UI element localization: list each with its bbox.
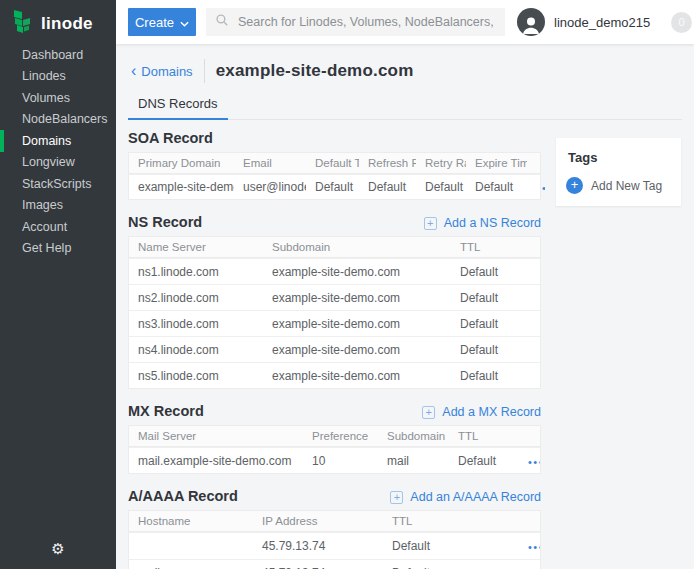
ns-name-server: ns3.linode.com bbox=[129, 317, 263, 331]
ns-ttl: Default bbox=[451, 291, 540, 305]
column-header: Email bbox=[234, 157, 306, 169]
add-a-aaaa-record-button[interactable]: + Add an A/AAAA Record bbox=[390, 490, 541, 504]
sidebar: linode Dashboard Linodes Volumes NodeBal… bbox=[0, 0, 116, 569]
ns-record-section: NS Record + Add a NS Record Name Server … bbox=[128, 213, 541, 389]
add-mx-record-label: Add a MX Record bbox=[442, 405, 541, 419]
column-header: TTL bbox=[451, 241, 540, 253]
notification-count-badge[interactable]: 0 bbox=[671, 12, 692, 33]
soa-section-title: SOA Record bbox=[128, 130, 213, 146]
add-a-aaaa-record-label: Add an A/AAAA Record bbox=[410, 490, 541, 504]
table-row: ns3.linode.com example-site-demo.com Def… bbox=[129, 310, 540, 336]
ns-subdomain: example-site-demo.com bbox=[263, 291, 451, 305]
mx-table-header: Mail Server Preference Subdomain TTL bbox=[129, 426, 540, 447]
plus-circle-icon: + bbox=[566, 177, 583, 194]
soa-table: Primary Domain Email Default TTL Refresh… bbox=[128, 152, 541, 200]
sidebar-item-stackscripts[interactable]: StackScripts bbox=[0, 173, 116, 195]
column-header: Default TTL bbox=[306, 157, 359, 169]
mx-ttl: Default bbox=[449, 454, 513, 468]
a-aaaa-section-title: A/AAAA Record bbox=[128, 488, 238, 504]
page-title: example-site-demo.com bbox=[216, 61, 414, 81]
search-bar bbox=[206, 8, 505, 36]
table-row: 45.79.13.74 Default ••• bbox=[129, 532, 540, 559]
soa-expire-time: Default bbox=[466, 180, 527, 194]
sidebar-item-nodebalancers[interactable]: NodeBalancers bbox=[0, 109, 116, 131]
create-button[interactable]: Create bbox=[128, 8, 196, 36]
chevron-down-icon bbox=[180, 15, 189, 30]
ns-section-title: NS Record bbox=[128, 214, 202, 230]
table-row: ns5.linode.com example-site-demo.com Def… bbox=[129, 362, 540, 388]
mx-section-title: MX Record bbox=[128, 403, 204, 419]
plus-square-icon: + bbox=[424, 217, 437, 230]
mx-record-section: MX Record + Add a MX Record Mail Server … bbox=[128, 402, 541, 474]
search-icon bbox=[215, 13, 229, 31]
sidebar-item-linodes[interactable]: Linodes bbox=[0, 66, 116, 88]
ns-name-server: ns4.linode.com bbox=[129, 343, 263, 357]
mx-table: Mail Server Preference Subdomain TTL mai… bbox=[128, 425, 541, 474]
person-icon bbox=[519, 12, 543, 36]
ns-name-server: ns2.linode.com bbox=[129, 291, 263, 305]
a-ip-address: 45.79.13.74 bbox=[253, 539, 383, 553]
linode-logo-text: linode bbox=[41, 14, 93, 34]
linode-logo[interactable]: linode bbox=[0, 0, 116, 38]
breadcrumb-divider bbox=[204, 59, 205, 83]
sidebar-item-account[interactable]: Account bbox=[0, 216, 116, 238]
soa-retry-rate: Default bbox=[416, 180, 466, 194]
user-avatar[interactable] bbox=[517, 8, 545, 36]
plus-square-icon: + bbox=[390, 491, 403, 504]
table-row: ns2.linode.com example-site-demo.com Def… bbox=[129, 284, 540, 310]
add-mx-record-button[interactable]: + Add a MX Record bbox=[422, 405, 541, 419]
breadcrumb-back-label: Domains bbox=[141, 64, 192, 79]
plus-square-icon: + bbox=[422, 406, 435, 419]
settings-gear-icon[interactable]: ⚙ bbox=[0, 539, 116, 559]
column-header: Primary Domain bbox=[129, 157, 234, 169]
tags-panel-title: Tags bbox=[568, 150, 681, 165]
add-ns-record-button[interactable]: + Add a NS Record bbox=[424, 216, 541, 230]
column-header: Subdomain bbox=[378, 430, 449, 442]
add-new-tag-label: Add New Tag bbox=[591, 179, 662, 193]
username-label[interactable]: linode_demo215 bbox=[554, 15, 650, 30]
page-content: ‹ Domains example-site-demo.com DNS Reco… bbox=[116, 44, 694, 569]
mx-preference: 10 bbox=[303, 454, 378, 468]
column-header: Expire Time bbox=[466, 157, 527, 169]
sidebar-item-dashboard[interactable]: Dashboard bbox=[0, 44, 116, 66]
column-header: TTL bbox=[383, 515, 513, 527]
add-new-tag-button[interactable]: + Add New Tag bbox=[566, 177, 681, 194]
soa-primary-domain: example-site-demo.com bbox=[129, 180, 234, 194]
column-header: TTL bbox=[449, 430, 513, 442]
breadcrumb-back-link[interactable]: ‹ Domains bbox=[131, 64, 193, 79]
create-button-label: Create bbox=[135, 15, 174, 30]
ns-table: Name Server Subdomain TTL ns1.linode.com… bbox=[128, 236, 541, 389]
ns-ttl: Default bbox=[451, 343, 540, 357]
tags-panel: Tags + Add New Tag bbox=[556, 138, 681, 206]
column-header: Subdomain bbox=[263, 241, 451, 253]
table-row: mail.example-site-demo.com 10 mail Defau… bbox=[129, 447, 540, 473]
ns-subdomain: example-site-demo.com bbox=[263, 317, 451, 331]
column-header: Mail Server bbox=[129, 430, 303, 442]
table-row: ns1.linode.com example-site-demo.com Def… bbox=[129, 258, 540, 284]
table-row: mail 45.79.13.74 Default ••• bbox=[129, 559, 540, 569]
sidebar-nav: Dashboard Linodes Volumes NodeBalancers … bbox=[0, 44, 116, 259]
soa-email: user@linode.com bbox=[234, 180, 306, 194]
records-column: SOA Record Primary Domain Email Default … bbox=[128, 116, 541, 569]
ns-ttl: Default bbox=[451, 265, 540, 279]
search-input[interactable] bbox=[236, 14, 496, 30]
mx-mail-server: mail.example-site-demo.com bbox=[129, 454, 303, 468]
sidebar-item-images[interactable]: Images bbox=[0, 195, 116, 217]
soa-default-ttl: Default bbox=[306, 180, 359, 194]
row-actions-menu-icon[interactable]: ••• bbox=[522, 455, 540, 469]
a-aaaa-table: Hostname IP Address TTL 45.79.13.74 Defa… bbox=[128, 510, 541, 569]
a-ttl: Default bbox=[383, 539, 513, 553]
sidebar-item-get-help[interactable]: Get Help bbox=[0, 238, 116, 260]
sidebar-item-volumes[interactable]: Volumes bbox=[0, 87, 116, 109]
chevron-left-icon: ‹ bbox=[131, 64, 136, 77]
column-header: IP Address bbox=[253, 515, 383, 527]
sidebar-item-domains[interactable]: Domains bbox=[0, 130, 116, 152]
a-aaaa-record-section: A/AAAA Record + Add an A/AAAA Record Hos… bbox=[128, 487, 541, 569]
column-header: Refresh Rate bbox=[359, 157, 416, 169]
sidebar-item-longview[interactable]: Longview bbox=[0, 152, 116, 174]
linode-logo-icon bbox=[13, 9, 33, 38]
row-actions-menu-icon[interactable]: ••• bbox=[522, 540, 540, 554]
ns-subdomain: example-site-demo.com bbox=[263, 343, 451, 357]
row-actions-menu-icon[interactable]: ••• bbox=[536, 181, 545, 195]
a-aaaa-table-header: Hostname IP Address TTL bbox=[129, 511, 540, 532]
